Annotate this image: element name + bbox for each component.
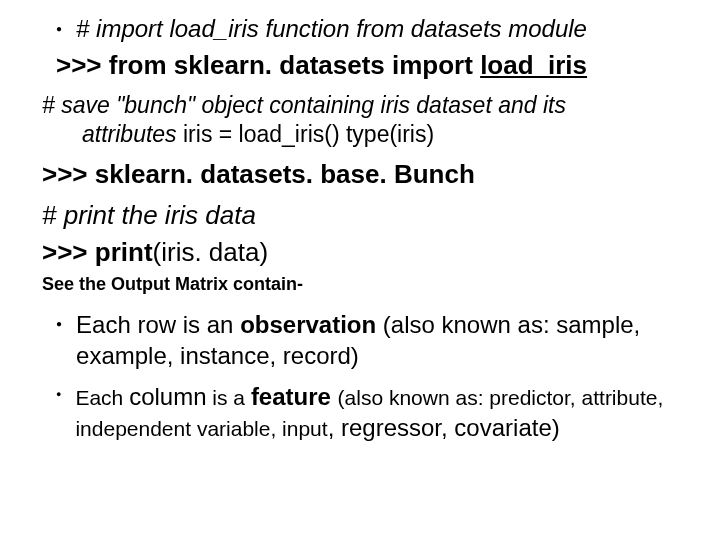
slide: ● # import load_iris function from datas… — [0, 0, 720, 540]
bullet-dot-icon: ● — [56, 390, 61, 399]
code-import-underline: load_iris — [480, 50, 587, 80]
code-import-prefix: >>> from sklearn. datasets import — [56, 50, 480, 80]
code-import: >>> from sklearn. datasets import load_i… — [56, 50, 690, 81]
code-print: >>> print(iris. data) — [42, 237, 690, 268]
comment-save-b-italic: attributes — [82, 121, 177, 147]
comment-save-a: # save "bunch" object containing iris da… — [42, 92, 566, 118]
bullet-column: ● Each column is a feature (also known a… — [56, 381, 690, 443]
bullet-import-comment: ● # import load_iris function from datas… — [56, 14, 690, 44]
text-see-output: See the Output Matrix contain- — [42, 274, 690, 295]
bullet-column-text: Each column is a feature (also known as:… — [75, 381, 690, 443]
code-print-args: (iris. data) — [153, 237, 269, 267]
bullet-dot-icon: ● — [56, 24, 62, 34]
bullet-row: ● Each row is an observation (also known… — [56, 309, 690, 371]
bullet-dot-icon: ● — [56, 319, 62, 329]
output-bunch: >>> sklearn. datasets. base. Bunch — [42, 159, 690, 190]
comment-save-bunch: # save "bunch" object containing iris da… — [42, 91, 690, 149]
bullet-row-text: Each row is an observation (also known a… — [76, 309, 690, 371]
code-print-fn: print — [95, 237, 153, 267]
comment-print: # print the iris data — [42, 200, 690, 231]
comment-save-b-rest: iris = load_iris() type(iris) — [177, 121, 435, 147]
text-import-comment: # import load_iris function from dataset… — [76, 14, 587, 44]
code-print-prompt: >>> — [42, 237, 95, 267]
